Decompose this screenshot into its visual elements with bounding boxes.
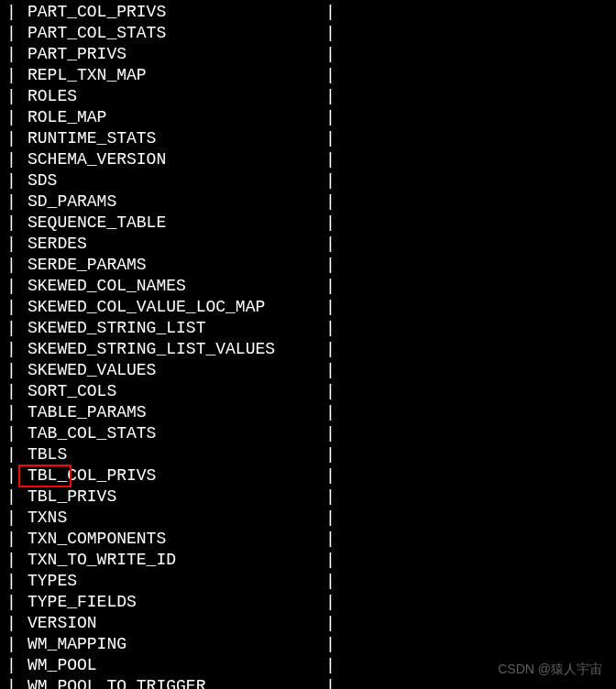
column-separator: |: [325, 529, 336, 550]
table-row: |SERDE_PARAMS|: [0, 255, 616, 276]
table-row: |SEQUENCE_TABLE|: [0, 213, 616, 234]
column-separator: |: [325, 381, 336, 402]
table-name-cell: PART_COL_PRIVS: [23, 2, 166, 23]
column-separator: |: [325, 571, 336, 592]
column-separator: |: [325, 339, 336, 360]
table-row: |TYPE_FIELDS|: [0, 592, 616, 613]
column-separator: |: [325, 508, 336, 529]
table-row: |SKEWED_COL_VALUE_LOC_MAP|: [0, 297, 616, 318]
table-name-cell: TBLS: [23, 444, 67, 465]
column-separator: |: [0, 634, 23, 655]
table-row: |TXN_TO_WRITE_ID|: [0, 550, 616, 571]
column-separator: |: [325, 444, 336, 465]
column-separator: |: [325, 44, 336, 65]
column-separator: |: [325, 550, 336, 571]
table-name-cell: WM_POOL: [23, 655, 97, 676]
table-name-cell: SKEWED_STRING_LIST: [23, 318, 205, 339]
table-name-cell: REPL_TXN_MAP: [23, 65, 147, 86]
table-name-cell: WM_POOL_TO_TRIGGER: [23, 676, 205, 689]
table-name-cell: VERSION: [23, 613, 97, 634]
table-row: |SORT_COLS|: [0, 381, 616, 402]
table-row: |SDS|: [0, 170, 616, 191]
table-row: |RUNTIME_STATS|: [0, 128, 616, 149]
table-name-cell: WM_MAPPING: [23, 634, 126, 655]
table-name-cell: PART_PRIVS: [23, 44, 126, 65]
column-separator: |: [0, 107, 23, 128]
table-name-cell: TAB_COL_STATS: [23, 423, 156, 444]
table-name-cell: TXNS: [23, 508, 67, 529]
column-separator: |: [0, 128, 23, 149]
column-separator: |: [0, 234, 23, 255]
column-separator: |: [325, 318, 336, 339]
table-name-cell: ROLES: [23, 86, 77, 107]
column-separator: |: [325, 149, 336, 170]
column-separator: |: [0, 571, 23, 592]
column-separator: |: [325, 655, 336, 676]
table-name-cell: PART_COL_STATS: [23, 23, 166, 44]
terminal-output: |PART_COL_PRIVS||PART_COL_STATS||PART_PR…: [0, 0, 616, 689]
table-row: |SERDES|: [0, 234, 616, 255]
table-name-cell: TXN_TO_WRITE_ID: [23, 550, 176, 571]
column-separator: |: [0, 149, 23, 170]
column-separator: |: [325, 128, 336, 149]
table-name-cell: RUNTIME_STATS: [23, 128, 156, 149]
column-separator: |: [0, 65, 23, 86]
column-separator: |: [0, 276, 23, 297]
table-name-cell: SORT_COLS: [23, 381, 116, 402]
table-row: |ROLE_MAP|: [0, 107, 616, 128]
table-name-cell: SERDES: [23, 234, 87, 255]
column-separator: |: [325, 65, 336, 86]
column-separator: |: [0, 655, 23, 676]
table-name-cell: TXN_COMPONENTS: [23, 529, 166, 550]
table-row: |SKEWED_COL_NAMES|: [0, 276, 616, 297]
column-separator: |: [0, 213, 23, 234]
table-row: |REPL_TXN_MAP|: [0, 65, 616, 86]
table-row: |TXN_COMPONENTS|: [0, 529, 616, 550]
table-row: |VERSION|: [0, 613, 616, 634]
table-row: |PART_COL_STATS|: [0, 23, 616, 44]
column-separator: |: [325, 360, 336, 381]
table-name-cell: SD_PARAMS: [23, 191, 116, 213]
column-separator: |: [0, 465, 23, 487]
column-separator: |: [325, 402, 336, 423]
column-separator: |: [325, 297, 336, 318]
column-separator: |: [325, 613, 336, 634]
table-row: |TABLE_PARAMS|: [0, 402, 616, 423]
table-name-cell: SDS: [23, 170, 57, 191]
column-separator: |: [325, 592, 336, 613]
column-separator: |: [325, 191, 336, 213]
column-separator: |: [325, 213, 336, 234]
column-separator: |: [0, 381, 23, 402]
column-separator: |: [0, 550, 23, 571]
column-separator: |: [0, 508, 23, 529]
column-separator: |: [0, 423, 23, 444]
table-name-cell: TYPE_FIELDS: [23, 592, 137, 613]
column-separator: |: [0, 676, 23, 689]
watermark-text: CSDN @猿人宇宙: [498, 659, 602, 680]
table-name-cell: SERDE_PARAMS: [23, 255, 147, 276]
column-separator: |: [0, 402, 23, 423]
table-name-cell: TYPES: [23, 571, 77, 592]
table-row: |SCHEMA_VERSION|: [0, 149, 616, 170]
table-row: |WM_MAPPING|: [0, 634, 616, 655]
column-separator: |: [0, 191, 23, 213]
column-separator: |: [0, 44, 23, 65]
column-separator: |: [0, 255, 23, 276]
column-separator: |: [325, 170, 336, 191]
table-row: |TAB_COL_STATS|: [0, 423, 616, 444]
column-separator: |: [0, 318, 23, 339]
table-name-cell: TBL_PRIVS: [23, 487, 116, 508]
column-separator: |: [0, 613, 23, 634]
column-separator: |: [325, 276, 336, 297]
table-row: |PART_COL_PRIVS|: [0, 2, 616, 23]
column-separator: |: [325, 107, 336, 128]
column-separator: |: [325, 2, 336, 23]
column-separator: |: [0, 170, 23, 191]
column-separator: |: [325, 423, 336, 444]
table-name-cell: ROLE_MAP: [23, 107, 106, 128]
column-separator: |: [325, 676, 336, 689]
table-name-cell: TABLE_PARAMS: [23, 402, 147, 423]
column-separator: |: [0, 360, 23, 381]
table-row: |TBL_PRIVS|: [0, 487, 616, 508]
table-row: |SD_PARAMS|: [0, 191, 616, 213]
